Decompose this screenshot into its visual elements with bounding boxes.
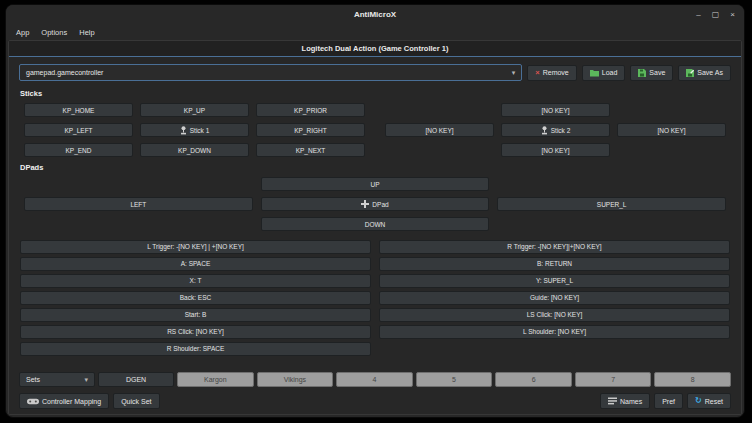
save-button-label: Save [649, 69, 665, 76]
profile-combobox[interactable]: gamepad.gamecontroller ▾ [19, 64, 522, 81]
guide-button[interactable]: Guide: [NO KEY] [379, 291, 730, 305]
menubar: App Options Help [6, 24, 744, 40]
set-tab-kargon[interactable]: Kargon [177, 372, 254, 387]
menu-app[interactable]: App [10, 26, 35, 39]
a-button[interactable]: A: SPACE [20, 257, 371, 271]
set-tab-5[interactable]: 5 [416, 372, 493, 387]
joystick-icon [541, 126, 548, 135]
menu-help[interactable]: Help [73, 26, 100, 39]
sets-row: Sets ▾ DGEN Kargon Vikings 4 5 6 7 8 [19, 372, 731, 387]
load-button-label: Load [602, 69, 618, 76]
b-button[interactable]: B: RETURN [379, 257, 730, 271]
controller-tabbar: Logitech Dual Action (Game Controller 1) [9, 41, 741, 57]
stick1-up-right-button[interactable]: KP_PRIOR [256, 103, 365, 117]
stick1-left-button[interactable]: KP_LEFT [24, 123, 133, 137]
stick1-up-left-button[interactable]: KP_HOME [24, 103, 133, 117]
set-tab-active[interactable]: DGEN [98, 372, 174, 387]
app-window: AntiMicroX – ▢ × App Options Help Logite… [5, 4, 745, 418]
set-tab-8[interactable]: 8 [654, 372, 731, 387]
start-button[interactable]: Start: B [20, 308, 371, 322]
reset-button-label: Reset [705, 398, 723, 405]
tab-controller[interactable]: Logitech Dual Action (Game Controller 1) [302, 44, 449, 53]
maximize-button[interactable]: ▢ [712, 11, 720, 19]
dpad-down-button[interactable]: DOWN [261, 217, 490, 231]
remove-button[interactable]: × Remove [527, 65, 576, 81]
menu-options[interactable]: Options [35, 26, 73, 39]
set-tab-4[interactable]: 4 [336, 372, 413, 387]
reset-icon: ↻ [695, 397, 702, 405]
dpad-button-label: DPad [372, 201, 388, 208]
x-button[interactable]: X: T [20, 274, 371, 288]
set-tab-vikings[interactable]: Vikings [257, 372, 334, 387]
sets-dropdown[interactable]: Sets ▾ [19, 372, 95, 387]
stick1-grid: KP_HOME KP_UP KP_PRIOR KP_LEFT Stick 1 K… [24, 103, 365, 157]
controller-mapping-label: Controller Mapping [42, 398, 101, 405]
chevron-down-icon: ▾ [84, 376, 88, 384]
save-button[interactable]: Save [630, 65, 673, 81]
gamepad-icon [27, 398, 39, 405]
save-as-button-label: Save As [697, 69, 723, 76]
dpad-icon [361, 200, 369, 208]
save-as-button[interactable]: Save As [678, 65, 731, 81]
dpad-left-button[interactable]: LEFT [24, 197, 253, 211]
sets-dropdown-label: Sets [26, 376, 40, 383]
back-button[interactable]: Back: ESC [20, 291, 371, 305]
dpads-section-label: DPads [20, 163, 730, 172]
l-trigger-button[interactable]: L Trigger: -[NO KEY] | +[NO KEY] [20, 240, 371, 254]
names-icon [608, 397, 617, 405]
sticks-area: KP_HOME KP_UP KP_PRIOR KP_LEFT Stick 1 K… [24, 103, 726, 157]
stick2-right-button[interactable]: [NO KEY] [617, 123, 726, 137]
save-as-icon [686, 69, 694, 77]
remove-icon: × [535, 69, 539, 77]
stick1-button[interactable]: Stick 1 [140, 123, 249, 137]
stick1-up-button[interactable]: KP_UP [140, 103, 249, 117]
stick2-left-button[interactable]: [NO KEY] [385, 123, 494, 137]
sticks-section-label: Sticks [20, 89, 730, 98]
stick1-down-button[interactable]: KP_DOWN [140, 143, 249, 157]
pref-button-label: Pref [662, 398, 675, 405]
save-icon [638, 69, 646, 77]
y-button[interactable]: Y: SUPER_L [379, 274, 730, 288]
stick1-down-right-button[interactable]: KP_NEXT [256, 143, 365, 157]
dpad-right-button[interactable]: SUPER_L [497, 197, 726, 211]
minimize-button[interactable]: – [696, 11, 700, 19]
window-title: AntiMicroX [354, 10, 396, 19]
stick2-button[interactable]: Stick 2 [501, 123, 610, 137]
r-shoulder-button[interactable]: R Shoulder: SPACE [20, 342, 371, 356]
pref-button[interactable]: Pref [654, 393, 683, 409]
names-button[interactable]: Names [600, 393, 650, 409]
titlebar[interactable]: AntiMicroX – ▢ × [6, 5, 744, 24]
dpad-button[interactable]: DPad [261, 197, 490, 211]
quick-set-button[interactable]: Quick Set [113, 393, 159, 409]
ls-click-button[interactable]: LS Click: [NO KEY] [379, 308, 730, 322]
stick2-up-button[interactable]: [NO KEY] [501, 103, 610, 117]
window-controls: – ▢ × [696, 5, 735, 24]
controller-mapping-button[interactable]: Controller Mapping [19, 393, 109, 409]
set-tab-7[interactable]: 7 [575, 372, 652, 387]
stick1-right-button[interactable]: KP_RIGHT [256, 123, 365, 137]
quick-set-label: Quick Set [121, 398, 151, 405]
load-button[interactable]: Load [582, 65, 626, 81]
stick1-down-left-button[interactable]: KP_END [24, 143, 133, 157]
names-button-label: Names [620, 398, 642, 405]
bottom-bar: Controller Mapping Quick Set Names Pref … [19, 393, 731, 409]
set-tab-6[interactable]: 6 [495, 372, 572, 387]
profile-row: gamepad.gamecontroller ▾ × Remove Load S… [19, 64, 731, 81]
dpad-up-button[interactable]: UP [261, 177, 490, 191]
chevron-down-icon: ▾ [512, 69, 516, 77]
l-shoulder-button[interactable]: L Shoulder: [NO KEY] [379, 325, 730, 339]
remove-button-label: Remove [543, 69, 569, 76]
button-mappings: L Trigger: -[NO KEY] | +[NO KEY] R Trigg… [20, 240, 730, 356]
r-trigger-button[interactable]: R Trigger: -[NO KEY]|+[NO KEY] [379, 240, 730, 254]
reset-button[interactable]: ↻ Reset [687, 393, 731, 409]
load-icon [590, 69, 599, 77]
stick2-button-label: Stick 2 [551, 127, 571, 134]
tab-content: gamepad.gamecontroller ▾ × Remove Load S… [9, 57, 741, 414]
close-button[interactable]: × [730, 11, 735, 19]
stick2-grid: [NO KEY] [NO KEY] Stick 2 [NO KEY] [NO K… [385, 103, 726, 157]
stick2-down-button[interactable]: [NO KEY] [501, 143, 610, 157]
rs-click-button[interactable]: RS Click: [NO KEY] [20, 325, 371, 339]
joystick-icon [180, 126, 187, 135]
dpad-grid: UP LEFT DPad SUPER_L DOWN [24, 177, 726, 231]
profile-combobox-value: gamepad.gamecontroller [26, 69, 103, 76]
